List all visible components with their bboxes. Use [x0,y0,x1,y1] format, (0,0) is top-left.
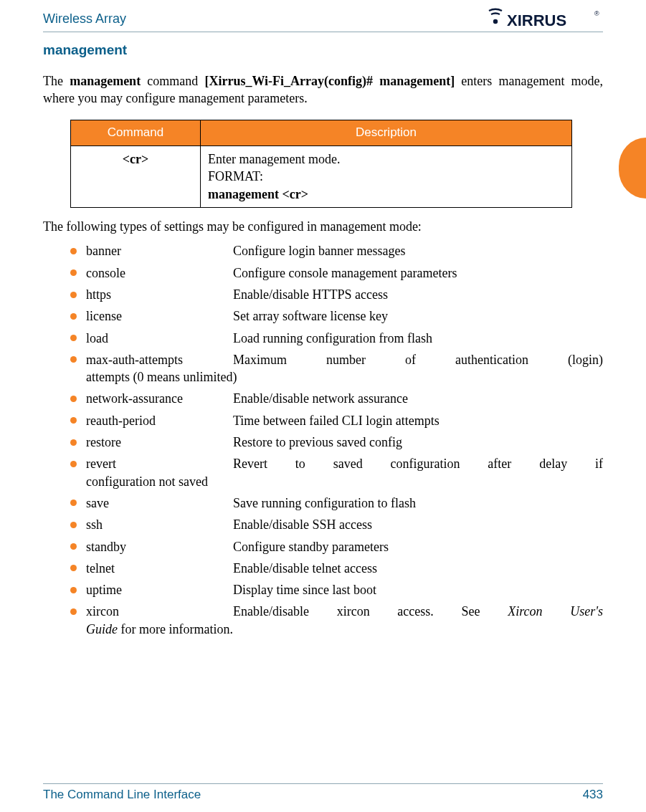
setting-key: load [86,330,233,347]
footer-page-number: 433 [583,787,603,803]
settings-list: banner Configure login banner messagesco… [70,242,603,638]
setting-description: Enable/disable telnet access [233,560,603,577]
setting-description: Revert to saved configuration after dela… [233,455,603,472]
setting-description: Configure standby parameters [233,538,603,555]
citation-italic: Guide [86,622,118,636]
setting-description: Save running configuration to flash [233,495,603,512]
list-item: loadLoad running configuration from flas… [70,330,603,347]
setting-description: Maximum number of authentication (login) [233,351,603,368]
intro-paragraph: The management command [Xirrus_Wi-Fi_Arr… [43,72,603,108]
following-text: The following types of settings may be c… [43,218,603,235]
setting-description-cont: configuration not saved [86,473,603,490]
section-title: management [43,41,603,59]
page-header: Wireless Array XIRRUS ® [43,7,603,32]
setting-description: Enable/disable xircon access. See Xircon… [233,603,603,620]
setting-key: standby [86,538,233,555]
list-item: sshEnable/disable SSH access [70,516,603,533]
setting-description: Enable/disable network assurance [233,390,603,407]
setting-description: Enable/disable SSH access [233,516,603,533]
setting-key: ssh [86,516,233,533]
intro-bracket: [Xirrus_Wi-Fi_Array(config)# management] [204,74,455,88]
intro-text-pre: The [43,74,70,88]
table-header-description: Description [201,120,572,146]
desc-line-1: Enter management mode. [208,151,564,168]
setting-key: banner [86,242,233,259]
setting-key: license [86,307,233,325]
citation-italic: Xircon User's [508,604,603,618]
table-header-command: Command [71,120,201,146]
svg-text:XIRRUS: XIRRUS [507,11,566,29]
table-header-row: Command Description [71,120,572,146]
list-item: network-assuranceEnable/disable network … [70,390,603,407]
intro-text-mid: command [141,74,204,88]
setting-key: uptime [86,581,233,598]
setting-key: console [86,264,233,282]
list-item: uptimeDisplay time since last boot [70,581,603,598]
list-item: consoleConfigure console management para… [70,264,603,282]
page-footer: The Command Line Interface 433 [43,783,603,803]
list-item: restoreRestore to previous saved config [70,434,603,451]
setting-key: telnet [86,560,233,577]
thumb-tab-decoration [619,138,646,199]
setting-description: Load running configuration from flash [233,330,603,347]
setting-description: Time between failed CLI login attempts [233,412,603,429]
list-item: max-auth-attemptsMaximum number of authe… [70,351,603,386]
desc-line-3: management <cr> [208,186,564,203]
setting-key: revert [86,455,233,472]
list-item: httpsEnable/disable HTTPS access [70,286,603,303]
table-cell-description: Enter management mode. FORMAT: managemen… [201,146,572,208]
table-cell-command: <cr> [71,146,201,208]
setting-key: xircon [86,603,233,620]
xirrus-logo-svg: XIRRUS ® [488,7,603,30]
setting-description-cont: attempts (0 means unlimited) [86,368,603,386]
setting-key: max-auth-attempts [86,351,233,368]
list-item: xirconEnable/disable xircon access. See … [70,603,603,638]
intro-command: management [70,74,141,88]
list-item: telnetEnable/disable telnet access [70,560,603,577]
list-item: saveSave running configuration to flash [70,495,603,512]
list-item: standbyConfigure standby parameters [70,538,603,555]
list-item: banner Configure login banner messages [70,242,603,259]
setting-key: save [86,495,233,512]
setting-key: https [86,286,233,303]
header-title: Wireless Array [43,10,126,27]
svg-point-0 [493,19,498,24]
footer-section: The Command Line Interface [43,787,201,803]
list-item: reauth-periodTime between failed CLI log… [70,412,603,429]
setting-key: network-assurance [86,390,233,407]
setting-description: Enable/disable HTTPS access [233,286,603,303]
command-table: Command Description <cr> Enter managemen… [70,120,572,208]
setting-key: restore [86,434,233,451]
setting-description: Set array software license key [233,307,603,325]
svg-text:®: ® [594,10,599,17]
table-row: <cr> Enter management mode. FORMAT: mana… [71,146,572,208]
setting-description: Display time since last boot [233,581,603,598]
list-item: revertRevert to saved configuration afte… [70,455,603,490]
desc-line-2: FORMAT: [208,168,564,185]
setting-description: Restore to previous saved config [233,434,603,451]
setting-key: reauth-period [86,412,233,429]
xirrus-logo: XIRRUS ® [488,7,603,30]
setting-description: Configure login banner messages [233,242,603,259]
setting-description-cont: Guide for more information. [86,621,603,638]
setting-description: Configure console management parameters [233,264,603,282]
list-item: licenseSet array software license key [70,307,603,325]
